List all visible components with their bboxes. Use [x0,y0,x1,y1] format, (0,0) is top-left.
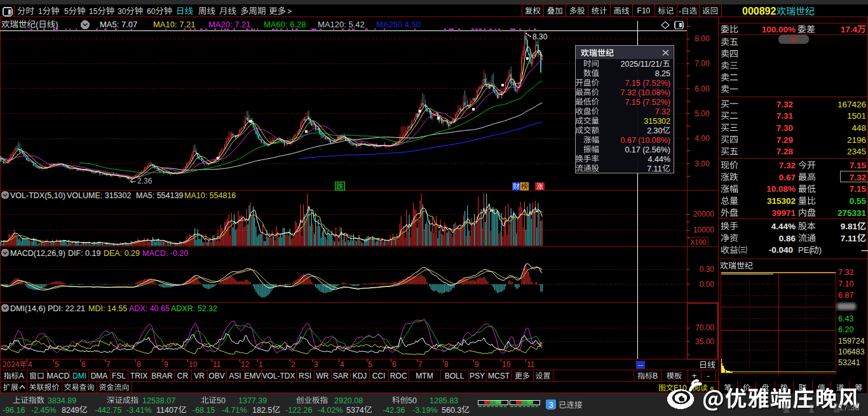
svg-text:315302: 315302 [644,117,670,126]
svg-text:ASI: ASI [229,372,241,380]
svg-text:BOLL: BOLL [445,372,465,380]
svg-text:EMV: EMV [244,372,261,380]
svg-text:7.32: 7.32 [779,161,796,170]
svg-text:7.11: 7.11 [841,234,857,243]
svg-text:7.31: 7.31 [776,111,794,121]
svg-text:-96.16: -96.16 [3,406,25,415]
svg-text:10.08%: 10.08% [766,184,796,194]
svg-text:2025/11/21/: 2025/11/21/ [621,60,663,69]
svg-text:8: 8 [137,360,141,369]
svg-text:MA60: 6.28: MA60: 6.28 [264,20,306,29]
svg-text:WR: WR [316,372,329,380]
svg-text:7: 7 [106,360,111,369]
svg-text:-2.45%: -2.45% [31,406,57,415]
svg-text:--: -- [638,361,643,368]
svg-text:CR: CR [177,372,189,380]
svg-text:7.32: 7.32 [850,173,866,182]
svg-text:1377.39: 1377.39 [238,396,267,405]
svg-text:315302: 315302 [767,196,796,206]
svg-text:7.15 (7.52%): 7.15 (7.52%) [625,98,670,107]
svg-text:2196: 2196 [847,135,866,145]
svg-text:-3.41%: -3.41% [126,406,152,415]
svg-text:4.00: 4.00 [695,134,710,143]
svg-text:0.55: 0.55 [850,196,867,206]
svg-text:ROC: ROC [390,372,407,380]
svg-text:-122.26: -122.26 [285,406,312,415]
svg-text:B: B [653,372,658,380]
svg-text:♞: ♞ [780,401,792,415]
svg-text:12538.07: 12538.07 [142,396,175,405]
svg-text:6: 6 [392,360,397,369]
svg-text:PSY: PSY [470,372,485,380]
svg-text:0.67 (10.08%): 0.67 (10.08%) [621,136,671,145]
svg-text:7.15: 7.15 [850,161,867,170]
svg-text:CCI: CCI [372,372,386,380]
svg-text:1: 1 [38,7,43,16]
svg-text:11: 11 [213,360,221,369]
svg-text:5.00: 5.00 [695,109,710,118]
svg-text:100.00%: 100.00% [762,25,796,34]
svg-text:-442.75: -442.75 [95,406,121,415]
svg-text:9: 9 [475,360,479,369]
svg-text:A: A [19,372,24,380]
svg-text:-4.71%: -4.71% [222,406,247,415]
svg-text:182.5: 182.5 [252,406,272,415]
svg-text:50: 50 [217,396,226,405]
svg-text:ADXR: 52.32: ADXR: 52.32 [171,304,217,313]
svg-text:9: 9 [164,360,168,369]
svg-text:6.00: 6.00 [695,84,710,93]
svg-text:0.30: 0.30 [700,265,715,274]
svg-text:MA10: 554816: MA10: 554816 [184,191,236,200]
svg-text:MA20: 7.21: MA20: 7.21 [208,20,251,29]
svg-text:11407: 11407 [156,406,178,415]
svg-text:RSI: RSI [299,372,311,380]
svg-text:OBV: OBV [208,372,224,380]
svg-text:5: 5 [55,360,59,369]
svg-text:): ) [819,245,822,255]
svg-text:KDJ: KDJ [353,372,367,380]
svg-text:X100: X100 [690,238,707,246]
svg-text:7.10: 7.10 [838,279,853,288]
svg-text:53241: 53241 [838,358,860,367]
svg-text:ADX: 40.65: ADX: 40.65 [129,304,170,313]
svg-text:-4.02%: -4.02% [318,406,343,415]
svg-text:-0.040: -0.040 [769,245,793,255]
svg-text:DEA: 0.29: DEA: 0.29 [104,249,140,258]
svg-text:4: 4 [340,360,344,369]
svg-text:0.00: 0.00 [700,280,715,289]
svg-text:1501: 1501 [847,111,866,121]
svg-text:70.00: 70.00 [695,323,714,332]
svg-text:♛: ♛ [831,401,843,415]
svg-text:50: 50 [408,396,417,405]
svg-text:MACD(12,26,9): MACD(12,26,9) [10,249,65,258]
svg-text:MA120: 5.42: MA120: 5.42 [318,20,365,29]
svg-text:7.32: 7.32 [776,100,793,109]
svg-text:10: 10 [189,360,198,369]
svg-text:448: 448 [851,123,866,133]
svg-text:60: 60 [147,7,156,16]
svg-text:15: 15 [89,7,98,16]
svg-text:2.36: 2.36 [137,177,153,185]
svg-text:5: 5 [64,7,69,16]
svg-text:): ) [55,20,58,29]
svg-text:MTM: MTM [416,372,433,380]
svg-text:560.3: 560.3 [442,406,461,415]
svg-text:VOLUME: 315302: VOLUME: 315302 [67,191,131,200]
svg-text:7.00: 7.00 [695,59,710,68]
svg-text:2.30: 2.30 [647,126,662,135]
svg-text:35.00: 35.00 [695,337,714,346]
svg-text:0.67: 0.67 [779,173,796,182]
svg-text:—: — [862,245,868,255]
svg-text:-42.36: -42.36 [383,406,405,415]
svg-text:MA5: 554139: MA5: 554139 [136,191,183,200]
svg-text:3: 3 [314,360,318,369]
svg-text:FSL: FSL [112,372,126,380]
svg-text:-: - [679,7,681,16]
svg-text:7.28: 7.28 [776,147,794,156]
svg-text:DIF: 0.19: DIF: 0.19 [68,249,100,258]
svg-text:F10: F10 [637,6,651,15]
svg-text:2: 2 [291,360,295,369]
svg-text:♝: ♝ [806,401,817,415]
svg-text:1: 1 [259,360,263,369]
svg-text:7.30: 7.30 [776,123,793,133]
